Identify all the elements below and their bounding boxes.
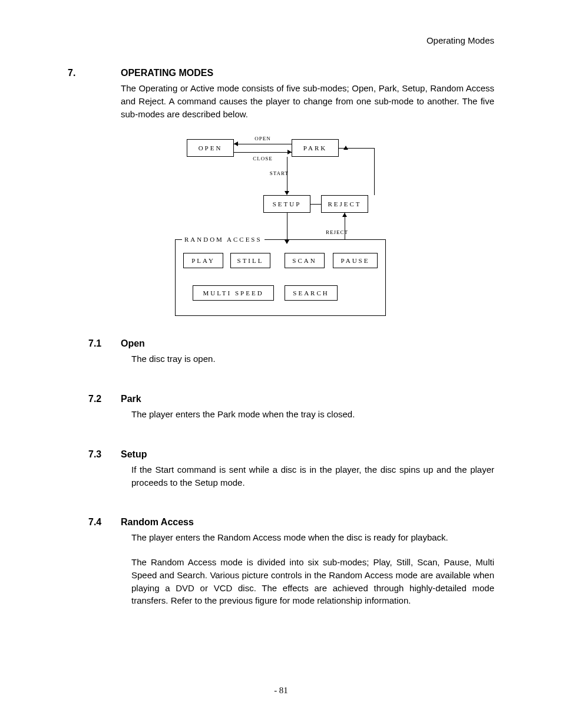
section-7-3-header: 7.3 Setup <box>68 449 494 460</box>
section-number: 7. <box>68 68 121 78</box>
section-7-header: 7. OPERATING MODES <box>68 68 494 78</box>
section-number: 7.4 <box>88 517 121 528</box>
section-7-4-paragraph-1: The player enters the Random Access mode… <box>131 531 494 544</box>
section-7-4-paragraph-2: The Random Access mode is divided into s… <box>131 556 494 607</box>
section-7-1-paragraph: The disc tray is open. <box>131 353 494 365</box>
section-7-2-header: 7.2 Park <box>68 394 494 404</box>
diagram-label-open: OPEN <box>249 136 276 141</box>
diagram-box-park: PARK <box>292 139 339 157</box>
diagram-box-scan: SCAN <box>285 253 325 268</box>
diagram-box-still: STILL <box>230 253 270 268</box>
section-number: 7.1 <box>88 338 121 349</box>
diagram-box-setup: SETUP <box>263 195 310 213</box>
page-header-right: Operating Modes <box>68 35 494 45</box>
diagram-box-multispeed: MULTI SPEED <box>193 285 274 301</box>
section-7-3-paragraph: If the Start command is sent while a dis… <box>131 463 494 489</box>
page-number: - 81 <box>0 686 562 696</box>
section-7-4-header: 7.4 Random Access <box>68 517 494 528</box>
section-7-1-header: 7.1 Open <box>68 338 494 349</box>
diagram-label-reject: REJECT <box>322 229 352 235</box>
section-number: 7.3 <box>88 449 121 460</box>
section-title: Open <box>121 338 145 349</box>
diagram-label-random-access: RANDOM ACCESS <box>182 236 265 243</box>
section-title: Random Access <box>121 517 194 528</box>
section-7-paragraph: The Operating or Active mode consists of… <box>121 82 494 120</box>
section-title: Park <box>121 394 141 404</box>
section-title: Setup <box>121 449 147 460</box>
diagram-canvas: OPEN PARK OPEN CLOSE START SETUP REJECT <box>175 132 387 321</box>
diagram-label-start: START <box>265 170 289 176</box>
diagram-box-play: PLAY <box>183 253 223 268</box>
section-title: OPERATING MODES <box>121 68 213 78</box>
section-7-2-paragraph: The player enters the Park mode when the… <box>131 408 494 421</box>
diagram-random-access-container <box>175 239 386 316</box>
diagram-box-pause: PAUSE <box>333 253 378 268</box>
mode-diagram: OPEN PARK OPEN CLOSE START SETUP REJECT <box>68 132 494 321</box>
diagram-box-reject: REJECT <box>321 195 368 213</box>
diagram-label-close: CLOSE <box>249 156 276 162</box>
document-page: Operating Modes 7. OPERATING MODES The O… <box>0 0 562 728</box>
diagram-box-open: OPEN <box>187 139 234 157</box>
diagram-box-search: SEARCH <box>285 285 338 301</box>
section-number: 7.2 <box>88 394 121 404</box>
